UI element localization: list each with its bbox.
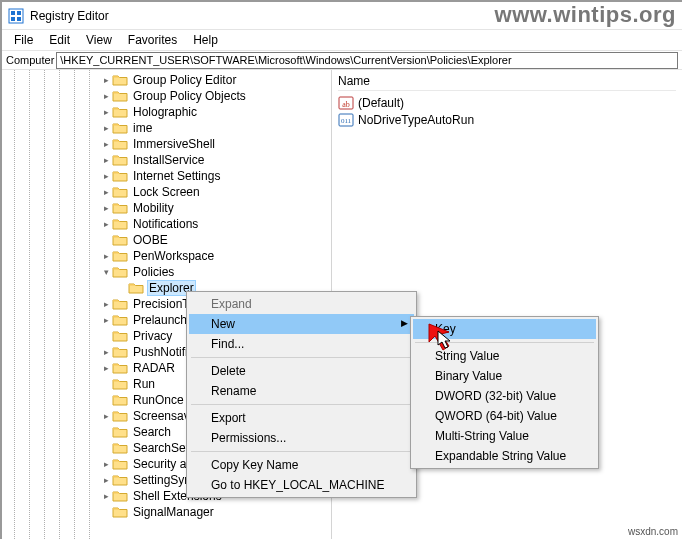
folder-icon [112,505,128,519]
expand-toggle-icon[interactable]: ▸ [100,299,112,309]
folder-icon [112,265,128,279]
folder-icon [112,409,128,423]
tree-item-label[interactable]: Search [131,425,173,439]
menu-item[interactable]: Export [189,408,414,428]
expand-toggle-icon[interactable]: ▸ [100,363,112,373]
tree-item-label[interactable]: Policies [131,265,176,279]
menu-item: Expand [189,294,414,314]
tree-item-label[interactable]: Privacy [131,329,174,343]
tree-item[interactable]: ▸Lock Screen [4,184,331,200]
folder-icon [112,249,128,263]
tree-item[interactable]: ▸Holographic [4,104,331,120]
folder-icon [112,201,128,215]
expand-toggle-icon[interactable]: ▸ [100,315,112,325]
expand-toggle-icon[interactable]: ▸ [100,475,112,485]
tree-item[interactable]: ▸Mobility [4,200,331,216]
folder-icon [112,425,128,439]
value-row[interactable]: ab(Default) [338,94,676,111]
menu-file[interactable]: File [6,31,41,49]
tree-item[interactable]: OOBE [4,232,331,248]
menu-item[interactable]: New▶ [189,314,414,334]
tree-item-label[interactable]: Group Policy Editor [131,73,238,87]
expand-toggle-icon[interactable]: ▸ [100,251,112,261]
tree-item-label[interactable]: Mobility [131,201,176,215]
expand-toggle-icon[interactable]: ▸ [100,347,112,357]
expand-toggle-icon[interactable]: ▸ [100,187,112,197]
tree-item-label[interactable]: OOBE [131,233,170,247]
folder-icon [112,233,128,247]
tree-item-label[interactable]: Run [131,377,157,391]
svg-rect-3 [11,17,15,21]
tree-item-label[interactable]: Prelaunch [131,313,189,327]
tree-item[interactable]: ▸ime [4,120,331,136]
values-header[interactable]: Name [338,74,676,91]
folder-icon [112,441,128,455]
expand-toggle-icon[interactable]: ▸ [100,203,112,213]
tree-item-label[interactable]: PenWorkspace [131,249,216,263]
tree-item-label[interactable]: Lock Screen [131,185,202,199]
menu-item[interactable]: Copy Key Name [189,455,414,475]
tree-item-label[interactable]: InstallService [131,153,206,167]
expand-toggle-icon[interactable]: ▸ [100,491,112,501]
tree-item-label[interactable]: RunOnce [131,393,186,407]
menu-view[interactable]: View [78,31,120,49]
tree-item-label[interactable]: SignalManager [131,505,216,519]
menu-item[interactable]: Delete [189,361,414,381]
menu-item[interactable]: Rename [189,381,414,401]
menu-item[interactable]: DWORD (32-bit) Value [413,386,596,406]
expand-toggle-icon[interactable]: ▸ [100,155,112,165]
tree-item[interactable]: ▸Group Policy Objects [4,88,331,104]
context-submenu: KeyString ValueBinary ValueDWORD (32-bit… [410,316,599,469]
menu-item[interactable]: Key [413,319,596,339]
value-name: NoDriveTypeAutoRun [358,113,474,127]
expand-toggle-icon[interactable]: ▸ [100,411,112,421]
menu-edit[interactable]: Edit [41,31,78,49]
menu-separator [191,451,412,452]
menu-item[interactable]: Find... [189,334,414,354]
tree-item[interactable]: ▸ImmersiveShell [4,136,331,152]
expand-toggle-icon[interactable]: ▸ [100,91,112,101]
tree-item-label[interactable]: Notifications [131,217,200,231]
window-title: Registry Editor [30,9,109,23]
menu-item[interactable]: Expandable String Value [413,446,596,466]
tree-item-label[interactable]: Group Policy Objects [131,89,248,103]
expand-toggle-icon[interactable]: ▸ [100,139,112,149]
tree-item[interactable]: ▸PenWorkspace [4,248,331,264]
tree-item-label[interactable]: RADAR [131,361,177,375]
tree-item[interactable]: ▸Notifications [4,216,331,232]
tree-item[interactable]: ▸Group Policy Editor [4,72,331,88]
value-row[interactable]: 011NoDriveTypeAutoRun [338,111,676,128]
tree-item-label[interactable]: ImmersiveShell [131,137,217,151]
address-label: Computer [6,54,54,66]
menu-separator [191,404,412,405]
folder-icon [112,377,128,391]
tree-item[interactable]: ▸InstallService [4,152,331,168]
column-name[interactable]: Name [338,74,410,88]
expand-toggle-icon[interactable]: ▸ [100,123,112,133]
svg-rect-1 [11,11,15,15]
expand-toggle-icon[interactable]: ▾ [100,267,112,277]
tree-item[interactable]: ▾Policies [4,264,331,280]
expand-toggle-icon[interactable]: ▸ [100,219,112,229]
expand-toggle-icon[interactable]: ▸ [100,171,112,181]
title-bar: Registry Editor [2,2,682,30]
tree-item-label[interactable]: Holographic [131,105,199,119]
menu-item[interactable]: Permissions... [189,428,414,448]
menu-item[interactable]: Binary Value [413,366,596,386]
menu-item[interactable]: Go to HKEY_LOCAL_MACHINE [189,475,414,495]
tree-item-label[interactable]: Internet Settings [131,169,222,183]
menu-help[interactable]: Help [185,31,226,49]
expand-toggle-icon[interactable]: ▸ [100,107,112,117]
tree-item[interactable]: ▸Internet Settings [4,168,331,184]
menu-favorites[interactable]: Favorites [120,31,185,49]
svg-rect-2 [17,11,21,15]
expand-toggle-icon[interactable]: ▸ [100,459,112,469]
address-input[interactable] [56,52,678,69]
menu-item[interactable]: String Value [413,346,596,366]
expand-toggle-icon[interactable]: ▸ [100,75,112,85]
menu-item[interactable]: QWORD (64-bit) Value [413,406,596,426]
folder-icon [112,73,128,87]
tree-item[interactable]: SignalManager [4,504,331,520]
tree-item-label[interactable]: ime [131,121,154,135]
menu-item[interactable]: Multi-String Value [413,426,596,446]
